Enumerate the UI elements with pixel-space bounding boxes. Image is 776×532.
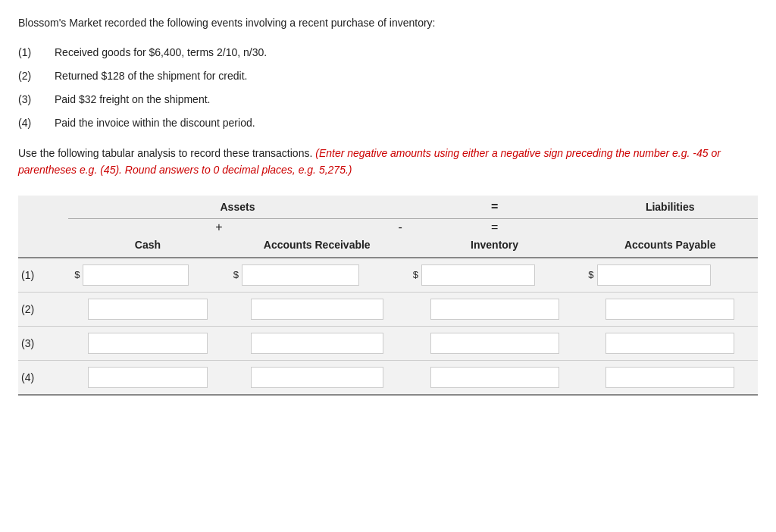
inventory-input-3[interactable] [430,333,559,354]
event-num-4: (4) [18,115,39,131]
ar-input-4[interactable] [251,367,383,388]
inventory-input-2[interactable] [430,299,559,320]
ap-input-2[interactable] [605,299,734,320]
list-item: (3) Paid $32 freight on the shipment. [18,92,758,108]
cash-col-header: Cash [135,239,161,251]
ap-input-4[interactable] [605,367,734,388]
ap-col-header: Accounts Payable [624,239,716,251]
row-num-2: (2) [21,303,34,315]
ap-input-1[interactable] [597,264,711,286]
instructions: Use the following tabular analysis to re… [18,145,758,179]
list-item: (4) Paid the invoice within the discount… [18,115,758,131]
cash-input-3[interactable] [88,333,208,354]
equals-sign-mid: = [491,221,498,233]
row-num-4: (4) [21,371,34,383]
accounting-table: Assets = Liabilities + - = [18,196,758,396]
row-num-1: (1) [21,269,34,281]
list-item: (2) Returned $128 of the shipment for cr… [18,68,758,84]
event-text-3: Paid $32 freight on the shipment. [55,92,210,108]
events-list: (1) Received goods for $6,400, terms 2/1… [18,45,758,131]
ar-input-3[interactable] [251,333,383,354]
event-num-1: (1) [18,45,39,61]
assets-label: Assets [221,201,255,213]
inventory-input-4[interactable] [430,367,559,388]
cash-input-4[interactable] [88,367,208,388]
row-num-3: (3) [21,337,34,349]
table-row: (4) [18,360,758,395]
cash-input-1[interactable] [83,264,189,286]
liabilities-label: Liabilities [646,201,695,213]
dollar-sign-inv-1: $ [413,269,418,280]
list-item: (1) Received goods for $6,400, terms 2/1… [18,45,758,61]
inventory-input-1[interactable] [421,264,535,286]
event-text-2: Returned $128 of the shipment for credit… [55,68,247,84]
plus-sign: + [215,221,222,233]
dollar-sign-cash-1: $ [74,269,80,280]
ar-input-2[interactable] [251,299,383,320]
ar-input-1[interactable] [242,264,359,286]
event-num-2: (2) [18,68,39,84]
ar-col-header: Accounts Receivable [264,239,371,251]
minus-sign: - [398,221,402,233]
event-text-4: Paid the invoice within the discount per… [55,115,255,131]
table-row: (1) $ $ $ [18,258,758,293]
table-column-headers: Cash Accounts Receivable Inventory Accou… [18,236,758,258]
event-num-3: (3) [18,92,39,108]
dollar-sign-ap-1: $ [588,269,593,280]
cash-input-2[interactable] [88,299,208,320]
equals-sign-top: = [491,200,498,213]
table-row: (3) [18,326,758,360]
ap-input-3[interactable] [605,333,734,354]
inventory-col-header: Inventory [471,239,518,251]
operator-row: + - = [18,218,758,236]
table-row: (2) [18,292,758,326]
intro-text: Blossom's Market recorded the following … [18,15,758,31]
event-text-1: Received goods for $6,400, terms 2/10, n… [55,45,267,61]
table-header-top: Assets = Liabilities [18,196,758,219]
dollar-sign-ar-1: $ [233,269,239,280]
instructions-plain: Use the following tabular analysis to re… [18,147,312,159]
